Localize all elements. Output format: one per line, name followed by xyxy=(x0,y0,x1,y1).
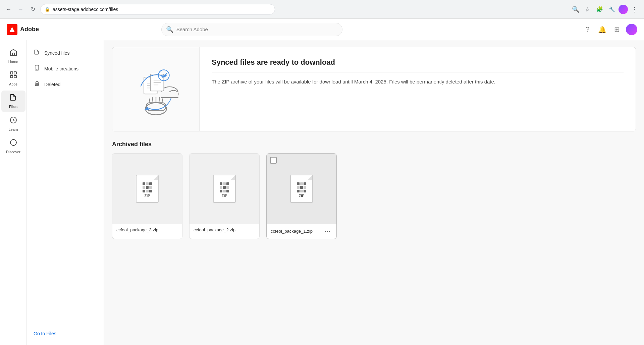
svg-rect-5 xyxy=(14,75,16,78)
svg-line-13 xyxy=(149,99,150,103)
extension-button[interactable]: 🧩 xyxy=(594,4,605,15)
banner-illustration xyxy=(112,47,200,131)
file-card-1[interactable]: ZIP ccfeol_package_3.zip xyxy=(112,153,182,239)
file-card-3-preview: ZIP xyxy=(267,154,336,224)
learn-icon xyxy=(9,116,17,126)
file-card-2-preview: ZIP xyxy=(190,154,259,224)
zip-icon-1: ZIP xyxy=(134,173,161,205)
nav-mobile-creations[interactable]: Mobile creations xyxy=(30,61,101,76)
extension2-button[interactable]: 🔧 xyxy=(606,4,617,15)
home-icon xyxy=(9,48,17,58)
user-avatar[interactable] xyxy=(626,24,637,35)
files-grid: ZIP ccfeol_package_3.zip xyxy=(112,153,636,239)
search-bar[interactable]: 🔍 xyxy=(161,23,342,36)
apps-grid-button[interactable]: ⊞ xyxy=(611,23,623,36)
svg-rect-4 xyxy=(10,75,13,78)
address-bar[interactable]: 🔒 assets-stage.adobecc.com/files xyxy=(40,4,275,15)
svg-rect-2 xyxy=(10,72,13,74)
adobe-svg-icon xyxy=(9,26,15,33)
svg-marker-0 xyxy=(9,27,15,32)
archived-files-title: Archived files xyxy=(112,141,636,148)
main-content: Synced files are ready to download The Z… xyxy=(104,40,644,345)
svg-point-10 xyxy=(37,69,37,70)
zoom-button[interactable]: 🔍 xyxy=(570,4,581,15)
notifications-button[interactable]: 🔔 xyxy=(596,23,608,36)
forward-button[interactable]: → xyxy=(16,5,25,14)
discover-icon xyxy=(9,138,17,149)
search-input[interactable] xyxy=(161,23,342,36)
nav-mobile-creations-label: Mobile creations xyxy=(44,66,78,71)
top-navbar: Adobe 🔍 ? 🔔 ⊞ xyxy=(0,19,644,40)
url-text: assets-stage.adobecc.com/files xyxy=(53,7,271,12)
sync-illustration xyxy=(126,59,186,119)
svg-rect-1 xyxy=(12,53,14,55)
file-card-2[interactable]: ZIP ccfeol_package_2.zip xyxy=(189,153,260,239)
sidebar-item-home[interactable]: Home xyxy=(1,46,25,67)
archived-files-section: Archived files xyxy=(112,141,636,239)
refresh-button[interactable]: ↻ xyxy=(28,5,38,14)
nav-deleted-label: Deleted xyxy=(44,82,60,87)
left-sidebar: Home Apps xyxy=(0,40,27,345)
nav-synced-files-label: Synced files xyxy=(44,50,69,56)
file-card-3[interactable]: ZIP ccfeol_package_1.zip ⋯ xyxy=(266,153,337,239)
menu-button[interactable]: ⋮ xyxy=(629,4,640,15)
sidebar-item-learn[interactable]: Learn xyxy=(1,113,25,134)
synced-files-icon xyxy=(34,49,40,57)
file-card-1-preview: ZIP xyxy=(112,154,182,224)
file-card-1-name: ccfeol_package_3.zip xyxy=(112,224,182,236)
svg-rect-20 xyxy=(161,92,178,98)
file-card-3-bottom: ccfeol_package_1.zip ⋯ xyxy=(267,224,336,239)
svg-marker-8 xyxy=(12,141,15,144)
sidebar-item-files[interactable]: Files xyxy=(1,91,25,112)
lock-icon: 🔒 xyxy=(45,7,50,12)
synced-files-banner: Synced files are ready to download The Z… xyxy=(112,47,636,131)
files-icon xyxy=(9,93,17,103)
nav-panel: Synced files Mobile creations xyxy=(27,40,104,345)
file-card-2-name: ccfeol_package_2.zip xyxy=(190,224,259,236)
app-container: Adobe 🔍 ? 🔔 ⊞ Home xyxy=(0,19,644,345)
bookmark-button[interactable]: ☆ xyxy=(582,4,593,15)
adobe-logo-text: Adobe xyxy=(20,26,39,33)
file-card-3-checkbox[interactable] xyxy=(270,157,277,164)
svg-line-16 xyxy=(159,98,160,102)
navbar-right: ? 🔔 ⊞ xyxy=(582,23,637,36)
svg-line-17 xyxy=(162,99,163,103)
file-card-3-name: ccfeol_package_1.zip xyxy=(271,229,313,234)
sidebar-item-apps-label: Apps xyxy=(9,82,17,87)
adobe-logo[interactable]: Adobe xyxy=(7,24,39,35)
zip-icon-2: ZIP xyxy=(211,173,238,205)
banner-title: Synced files are ready to download xyxy=(212,58,624,72)
sidebar-item-home-label: Home xyxy=(8,60,18,64)
mobile-creations-icon xyxy=(34,65,40,72)
browser-right-icons: 🔍 ☆ 🧩 🔧 ⋮ xyxy=(570,4,640,15)
sidebar-item-learn-label: Learn xyxy=(8,127,18,132)
apps-icon xyxy=(9,71,17,81)
svg-rect-3 xyxy=(14,72,16,74)
sidebar-item-discover-label: Discover xyxy=(6,150,20,154)
nav-panel-bottom: Go to Files xyxy=(30,328,101,340)
sidebar-item-discover[interactable]: Discover xyxy=(1,136,25,157)
svg-point-7 xyxy=(10,139,16,146)
adobe-logo-icon xyxy=(7,24,17,35)
sidebar-item-files-label: Files xyxy=(9,105,17,109)
browser-chrome: ← → ↻ 🔒 assets-stage.adobecc.com/files 🔍… xyxy=(0,0,644,19)
help-button[interactable]: ? xyxy=(582,23,594,36)
svg-point-11 xyxy=(145,103,166,115)
deleted-icon xyxy=(34,80,40,88)
go-to-files-button[interactable]: Go to Files xyxy=(30,328,60,340)
search-icon: 🔍 xyxy=(166,26,173,33)
banner-description: The ZIP archive of your files will be av… xyxy=(212,78,624,86)
back-button[interactable]: ← xyxy=(4,5,13,14)
nav-deleted[interactable]: Deleted xyxy=(30,77,101,92)
content-area: Home Apps xyxy=(0,40,644,345)
browser-profile-avatar[interactable] xyxy=(619,5,628,14)
sidebar-item-apps[interactable]: Apps xyxy=(1,68,25,89)
file-card-3-menu-button[interactable]: ⋯ xyxy=(322,227,332,235)
nav-synced-files[interactable]: Synced files xyxy=(30,46,101,60)
svg-line-14 xyxy=(152,98,153,102)
banner-content: Synced files are ready to download The Z… xyxy=(200,47,636,131)
zip-icon-3: ZIP xyxy=(288,173,315,205)
